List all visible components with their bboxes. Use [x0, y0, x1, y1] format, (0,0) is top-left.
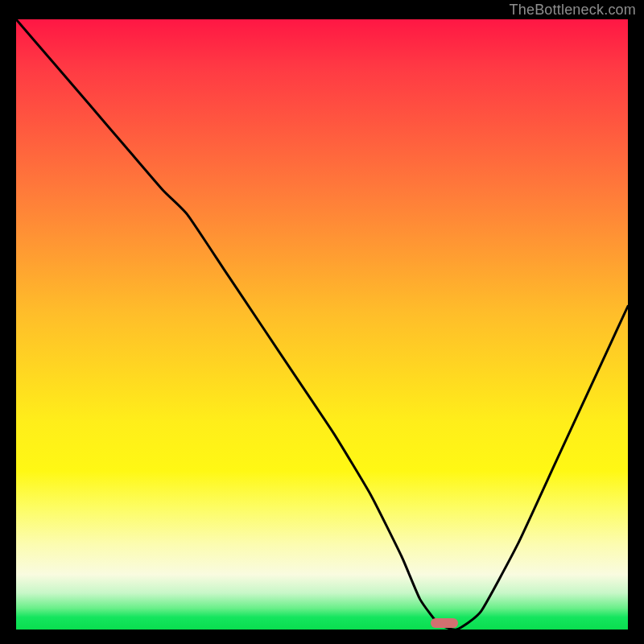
- optimum-marker: [431, 618, 458, 628]
- plot-area: [16, 19, 628, 630]
- chart-container: TheBottleneck.com: [0, 0, 644, 644]
- bottleneck-curve: [16, 19, 628, 630]
- watermark-text: TheBottleneck.com: [510, 2, 636, 19]
- curve-layer: [16, 19, 628, 630]
